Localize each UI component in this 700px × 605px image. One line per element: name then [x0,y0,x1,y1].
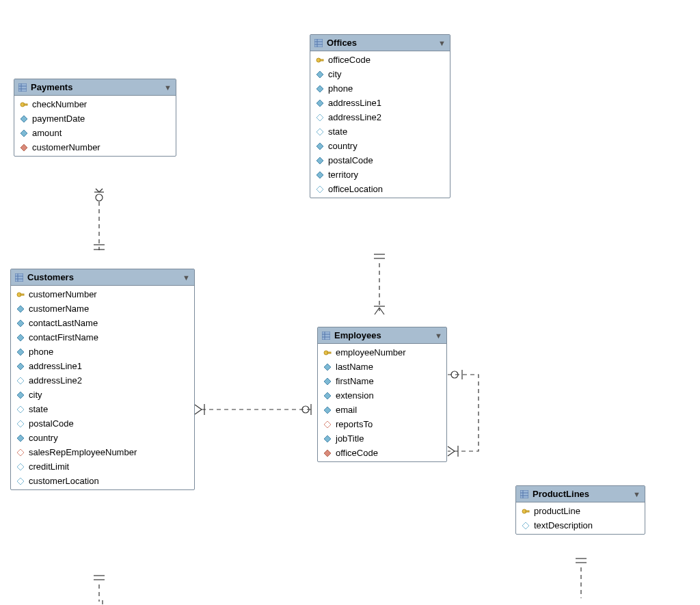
field-lastName[interactable]: lastName [318,360,446,374]
entity-body-productlines: productLinetextDescription [516,502,645,534]
collapse-icon[interactable]: ▼ [183,273,190,282]
rel-productlines-down [576,559,587,598]
entity-header-offices[interactable]: Offices ▼ [310,35,450,51]
svg-line-11 [375,308,379,314]
svg-line-21 [448,446,455,451]
field-label: lastName [336,362,373,372]
field-textDescription[interactable]: textDescription [516,518,645,533]
field-label: paymentDate [32,113,85,124]
field-checkNumber[interactable]: checkNumber [14,97,176,111]
svg-point-1 [96,194,103,201]
svg-point-19 [451,371,458,378]
field-label: jobTitle [336,433,364,444]
field-label: addressLine1 [328,98,381,108]
svg-point-17 [302,406,309,413]
field-label: state [29,404,48,414]
field-city[interactable]: city [310,67,450,81]
field-customerNumber[interactable]: customerNumber [11,287,194,301]
table-icon [18,83,27,92]
diamond-fill-icon [323,406,332,414]
field-phone[interactable]: phone [11,345,194,359]
field-label: contactFirstName [29,332,98,342]
field-label: addressLine2 [29,375,82,386]
entity-title: Employees [334,330,381,340]
table-icon [15,273,23,282]
entity-payments[interactable]: Payments ▼ checkNumberpaymentDateamountc… [14,79,176,157]
field-salesRepEmployeeNumber[interactable]: salesRepEmployeeNumber [11,445,194,459]
field-label: employeeNumber [336,347,406,358]
table-icon [314,39,323,47]
field-extension[interactable]: extension [318,388,446,403]
diamond-fill-icon [16,334,25,342]
field-email[interactable]: email [318,403,446,417]
field-customerName[interactable]: customerName [11,301,194,316]
key-icon [522,507,530,515]
field-label: officeCode [328,55,371,65]
field-label: amount [32,128,62,138]
field-creditLimit[interactable]: creditLimit [11,459,194,474]
field-paymentDate[interactable]: paymentDate [14,111,176,126]
field-contactFirstName[interactable]: contactFirstName [11,330,194,345]
field-officeCode[interactable]: officeCode [310,53,450,67]
svg-rect-31 [18,83,27,92]
diamond-fill-icon [16,391,25,399]
field-phone[interactable]: phone [310,81,450,96]
key-icon [16,291,25,299]
table-icon [322,332,330,340]
field-addressLine1[interactable]: addressLine1 [310,96,450,110]
field-addressLine2[interactable]: addressLine2 [310,110,450,124]
field-label: addressLine2 [328,112,381,122]
entity-offices[interactable]: Offices ▼ officeCodecityphoneaddressLine… [310,34,450,198]
field-label: checkNumber [32,99,87,109]
rel-customers-down [94,576,105,604]
field-customerLocation[interactable]: customerLocation [11,474,194,488]
entity-employees[interactable]: Employees ▼ employeeNumberlastNamefirstN… [317,327,447,462]
entity-customers[interactable]: Customers ▼ customerNumbercustomerNameco… [10,269,195,490]
entity-header-customers[interactable]: Customers ▼ [11,269,194,286]
field-country[interactable]: country [11,431,194,445]
field-firstName[interactable]: firstName [318,374,446,388]
svg-rect-36 [24,104,27,105]
rel-payments-customers [94,189,105,250]
field-postalCode[interactable]: postalCode [11,416,194,431]
entity-header-productlines[interactable]: ProductLines ▼ [516,486,645,502]
entity-title: Offices [327,38,357,48]
diamond-fill-icon [16,362,25,371]
entity-body-offices: officeCodecityphoneaddressLine1addressLi… [310,51,450,198]
diamond-fill-icon [316,70,324,79]
field-label: firstName [336,376,374,386]
collapse-icon[interactable]: ▼ [435,332,442,340]
field-label: email [336,405,357,415]
diamond-red-outline-icon [323,420,332,429]
collapse-icon[interactable]: ▼ [633,490,641,498]
key-icon [20,100,28,109]
field-contactLastName[interactable]: contactLastName [11,316,194,330]
entity-productlines[interactable]: ProductLines ▼ productLinetextDescriptio… [515,485,645,535]
field-state[interactable]: state [310,124,450,139]
field-officeLocation[interactable]: officeLocation [310,182,450,196]
field-employeeNumber[interactable]: employeeNumber [318,345,446,360]
collapse-icon[interactable]: ▼ [438,39,446,47]
field-officeCode[interactable]: officeCode [318,446,446,460]
field-label: phone [29,347,53,357]
field-customerNumber[interactable]: customerNumber [14,140,176,154]
entity-header-employees[interactable]: Employees ▼ [318,327,446,344]
diamond-fill-icon [16,305,25,313]
field-state[interactable]: state [11,402,194,416]
table-icon [520,490,528,498]
collapse-icon[interactable]: ▼ [164,83,172,92]
entity-body-payments: checkNumberpaymentDateamountcustomerNumb… [14,96,176,156]
field-postalCode[interactable]: postalCode [310,153,450,167]
field-addressLine2[interactable]: addressLine2 [11,373,194,388]
field-productLine[interactable]: productLine [516,504,645,518]
diamond-outline-icon [522,522,530,530]
entity-header-payments[interactable]: Payments ▼ [14,79,176,96]
field-reportsTo[interactable]: reportsTo [318,417,446,431]
svg-line-22 [448,451,455,456]
field-territory[interactable]: territory [310,167,450,182]
field-amount[interactable]: amount [14,126,176,140]
field-addressLine1[interactable]: addressLine1 [11,359,194,373]
field-jobTitle[interactable]: jobTitle [318,431,446,446]
field-city[interactable]: city [11,388,194,402]
field-country[interactable]: country [310,139,450,153]
